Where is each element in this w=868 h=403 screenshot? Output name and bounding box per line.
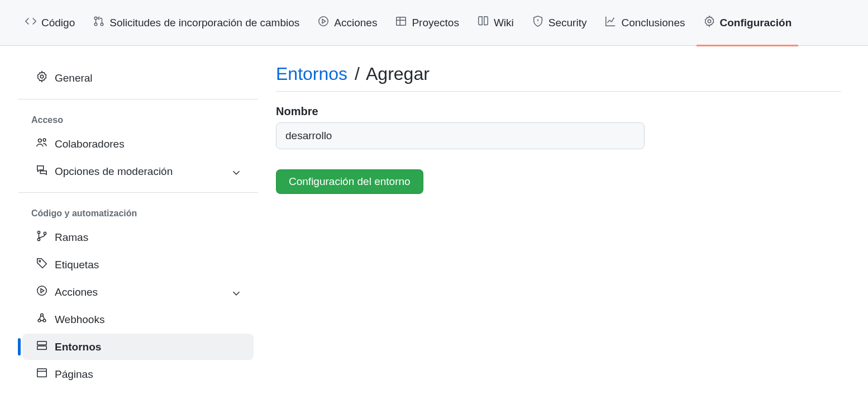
tab-label: Acciones bbox=[334, 17, 377, 29]
page-title: Entornos / Agregar bbox=[276, 64, 841, 92]
sidebar-item-label: Acciones bbox=[55, 286, 98, 298]
tab-settings[interactable]: Configuración bbox=[697, 0, 799, 46]
svg-point-3 bbox=[319, 17, 328, 26]
server-icon bbox=[36, 339, 48, 354]
sidebar-item-environments[interactable]: Entornos bbox=[22, 334, 254, 360]
comment-discussion-icon bbox=[36, 164, 48, 179]
tab-label: Código bbox=[41, 17, 75, 29]
shield-alert-icon bbox=[532, 15, 544, 30]
settings-sidebar: General Acceso Colaboradores Opciones de… bbox=[18, 64, 258, 403]
environment-name-input[interactable] bbox=[276, 122, 645, 149]
sidebar-item-label: Webhooks bbox=[55, 314, 104, 326]
tag-icon bbox=[36, 257, 48, 272]
tab-label: Solicitudes de incorporación de cambios bbox=[109, 17, 299, 29]
tab-insights[interactable]: Conclusiones bbox=[598, 0, 691, 46]
svg-point-6 bbox=[40, 75, 44, 78]
sidebar-item-moderation[interactable]: Opciones de moderación bbox=[22, 158, 254, 184]
people-icon bbox=[36, 136, 48, 151]
table-icon bbox=[395, 15, 407, 30]
code-icon bbox=[25, 15, 37, 30]
sidebar-item-pages[interactable]: Páginas bbox=[22, 361, 254, 387]
svg-point-1 bbox=[94, 23, 97, 26]
sidebar-item-label: Páginas bbox=[55, 368, 93, 381]
sidebar-item-label: Ramas bbox=[55, 231, 88, 244]
play-circle-icon bbox=[36, 285, 48, 300]
book-icon bbox=[477, 15, 489, 30]
svg-rect-4 bbox=[397, 17, 406, 26]
graph-icon bbox=[604, 15, 617, 30]
webhook-icon bbox=[36, 312, 48, 327]
sidebar-item-label: Etiquetas bbox=[55, 259, 99, 271]
sidebar-heading-code-automation: Código y automatización bbox=[18, 202, 258, 223]
chevron-down-icon bbox=[230, 167, 240, 177]
tab-label: Proyectos bbox=[412, 17, 459, 29]
git-pull-request-icon bbox=[93, 15, 105, 30]
tab-label: Configuración bbox=[720, 17, 792, 29]
configure-environment-button[interactable]: Configuración del entorno bbox=[276, 169, 423, 194]
play-circle-icon bbox=[317, 15, 330, 30]
svg-point-10 bbox=[37, 238, 40, 240]
gear-icon bbox=[703, 15, 716, 30]
svg-rect-18 bbox=[37, 346, 47, 349]
sidebar-item-general[interactable]: General bbox=[22, 65, 254, 91]
breadcrumb-link-environments[interactable]: Entornos bbox=[276, 64, 347, 84]
sidebar-item-label: Colaboradores bbox=[55, 138, 125, 150]
sidebar-item-actions[interactable]: Acciones bbox=[22, 279, 254, 305]
tab-code[interactable]: Código bbox=[18, 0, 82, 46]
tab-label: Wiki bbox=[494, 17, 514, 29]
svg-point-8 bbox=[43, 139, 46, 141]
tab-label: Conclusiones bbox=[621, 17, 685, 29]
browser-icon bbox=[36, 367, 48, 382]
svg-point-11 bbox=[44, 232, 46, 234]
sidebar-item-tags[interactable]: Etiquetas bbox=[22, 252, 254, 278]
breadcrumb-current: Agregar bbox=[366, 64, 430, 84]
sidebar-item-label: Entornos bbox=[55, 341, 101, 353]
sidebar-item-label: Opciones de moderación bbox=[55, 165, 173, 178]
git-branch-icon bbox=[36, 230, 48, 245]
sidebar-item-branches[interactable]: Ramas bbox=[22, 224, 254, 250]
chevron-down-icon bbox=[230, 287, 240, 297]
sidebar-item-collaborators[interactable]: Colaboradores bbox=[22, 131, 254, 157]
name-label: Nombre bbox=[276, 105, 841, 118]
sidebar-item-label: General bbox=[55, 72, 93, 84]
svg-point-9 bbox=[37, 231, 40, 233]
svg-point-14 bbox=[38, 319, 41, 322]
tab-label: Security bbox=[549, 17, 587, 29]
tab-wiki[interactable]: Wiki bbox=[470, 0, 521, 46]
tab-security[interactable]: Security bbox=[525, 0, 594, 46]
sidebar-item-webhooks[interactable]: Webhooks bbox=[22, 306, 254, 333]
svg-point-5 bbox=[708, 20, 711, 23]
tab-pull-requests[interactable]: Solicitudes de incorporación de cambios bbox=[86, 0, 306, 46]
svg-point-2 bbox=[101, 23, 103, 26]
svg-rect-17 bbox=[37, 342, 47, 345]
svg-point-12 bbox=[39, 260, 41, 262]
repo-tabs: Código Solicitudes de incorporación de c… bbox=[0, 0, 868, 46]
svg-point-0 bbox=[94, 17, 97, 20]
svg-point-7 bbox=[38, 139, 41, 142]
gear-icon bbox=[36, 70, 48, 86]
tab-projects[interactable]: Proyectos bbox=[388, 0, 465, 46]
breadcrumb-separator: / bbox=[355, 64, 360, 84]
svg-point-15 bbox=[43, 319, 46, 322]
svg-rect-19 bbox=[37, 369, 47, 377]
svg-point-13 bbox=[37, 286, 47, 296]
main-content: Entornos / Agregar Nombre Configuración … bbox=[276, 64, 850, 403]
tab-actions[interactable]: Acciones bbox=[311, 0, 384, 46]
sidebar-heading-access: Acceso bbox=[18, 108, 258, 130]
